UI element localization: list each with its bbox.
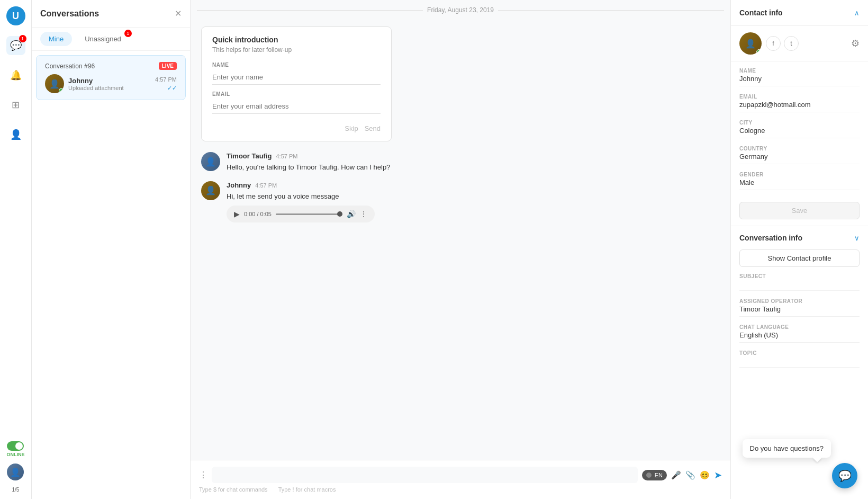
user-avatar[interactable]: 👤 <box>7 464 24 480</box>
audio-progress-bar[interactable] <box>276 213 342 215</box>
message-group-visitor: 👤 Johnny 4:57 PM Hi, let me send you a v… <box>201 181 720 223</box>
country-field-value: Germany <box>739 153 860 164</box>
field-name: NAME Johnny <box>739 68 860 86</box>
input-row: ⋮ EN 🎤 📎 😊 ➤ <box>199 467 722 483</box>
more-options-icon[interactable]: ⋮ <box>360 210 367 218</box>
card-title: Quick introduction <box>212 35 381 44</box>
agent-msg-header: Timoor Taufig 4:57 PM <box>227 152 720 160</box>
microphone-icon[interactable]: 🎤 <box>671 470 681 480</box>
conv-id: Conversation #96 <box>45 63 95 70</box>
language-toggle[interactable]: EN <box>642 470 667 480</box>
tabs-row: Mine Unassigned 1 <box>32 28 190 51</box>
chat-input[interactable] <box>212 467 638 483</box>
agent-name: Timoor Taufig <box>227 152 272 160</box>
agent-msg-text: Hello, you're talking to Timoor Taufig. … <box>227 162 720 173</box>
skip-button[interactable]: Skip <box>345 124 358 132</box>
contact-info-chevron[interactable]: ∧ <box>854 9 860 17</box>
nav-icon-notifications[interactable]: 🔔 <box>6 66 25 85</box>
chat-main: Friday, August 23, 2019 Quick introducti… <box>191 0 730 499</box>
contact-info-header: Contact info ∧ <box>731 0 868 26</box>
conversation-item[interactable]: Conversation #96 LIVE 👤 Johnny Uploaded … <box>36 55 186 100</box>
card-actions: Skip Send <box>212 124 381 132</box>
subject-value <box>739 280 860 291</box>
save-button[interactable]: Save <box>739 202 860 219</box>
conv-info-header[interactable]: Conversation info ∨ <box>731 226 868 250</box>
agent-avatar: 👤 <box>201 152 220 171</box>
city-field-value: Cologne <box>739 127 860 138</box>
chat-input-area: ⋮ EN 🎤 📎 😊 ➤ Type $ for chat commands Ty… <box>191 460 730 499</box>
live-badge: LIVE <box>159 62 177 70</box>
settings-button[interactable]: ⚙ <box>851 38 860 49</box>
field-city: CITY Cologne <box>739 120 860 138</box>
email-input[interactable] <box>212 99 381 114</box>
conv-info-chevron[interactable]: ∨ <box>854 234 860 242</box>
field-assigned-operator: ASSIGNED OPERATOR Timoor Taufig <box>739 298 860 317</box>
app-logo: U <box>6 6 25 25</box>
subject-label: SUBJECT <box>739 273 860 279</box>
conv-meta: 4:57 PM ✓✓ <box>155 76 177 92</box>
user-avatar-image: 👤 <box>7 464 24 480</box>
gender-field-label: GENDER <box>739 172 860 177</box>
profile-online-indicator <box>756 49 762 55</box>
name-field-value: Johnny <box>739 75 860 86</box>
volume-icon[interactable]: 🔊 <box>347 210 356 218</box>
conv-fields: SUBJECT ASSIGNED OPERATOR Timoor Taufig … <box>731 273 868 381</box>
conv-time: 4:57 PM <box>155 76 177 83</box>
page-counter: 1/5 <box>12 487 20 493</box>
facebook-button[interactable]: f <box>766 36 781 51</box>
input-hints: Type $ for chat commands Type ! for chat… <box>199 483 722 493</box>
input-menu-button[interactable]: ⋮ <box>199 470 207 480</box>
chat-language-value: English (US) <box>739 331 860 343</box>
assigned-operator-value: Timoor Taufig <box>739 305 860 317</box>
unassigned-badge: 1 <box>124 30 132 37</box>
audio-time: 0:00 / 0:05 <box>244 211 272 217</box>
visitor-avatar-image: 👤 <box>201 181 220 200</box>
conv-preview: Uploaded attachment <box>68 85 151 91</box>
attachment-icon[interactable]: 📎 <box>685 470 695 480</box>
tab-mine[interactable]: Mine <box>40 32 72 46</box>
nav-icon-chat[interactable]: 💬 1 <box>6 36 25 55</box>
toggle-switch[interactable] <box>7 441 24 451</box>
profile-avatar: 👤 <box>739 32 762 55</box>
visitor-avatar: 👤 <box>201 181 220 200</box>
conv-avatar: 👤 <box>45 74 64 93</box>
card-subtitle: This helps for later follow-up <box>212 46 381 54</box>
visitor-msg-header: Johnny 4:57 PM <box>227 181 720 189</box>
chat-language-label: CHAT LANGUAGE <box>739 324 860 330</box>
field-country: COUNTRY Germany <box>739 146 860 164</box>
conv-body: 👤 Johnny Uploaded attachment 4:57 PM ✓✓ <box>45 74 177 93</box>
name-label: NAME <box>212 62 381 68</box>
chat-messages: Quick introduction This helps for later … <box>191 20 730 460</box>
topic-value <box>739 357 860 368</box>
hint-macros: Type ! for chat macros <box>278 486 336 493</box>
field-gender: GENDER Male <box>739 172 860 190</box>
social-icons: f t <box>766 36 799 51</box>
show-profile-button[interactable]: Show Contact profile <box>739 250 860 267</box>
nav-badge: 1 <box>19 35 26 42</box>
twitter-button[interactable]: t <box>784 36 799 51</box>
chat-widget-button[interactable]: 💬 <box>832 463 857 488</box>
contact-info-title: Contact info <box>739 8 783 17</box>
chat-widget-tooltip: Do you have questions? <box>743 439 831 458</box>
visitor-message-content: Johnny 4:57 PM Hi, let me send you a voi… <box>227 181 720 223</box>
name-field-label: NAME <box>739 68 860 74</box>
conversations-panel: Conversations ✕ Mine Unassigned 1 Conver… <box>32 0 191 499</box>
send-button[interactable]: Send <box>365 124 381 132</box>
emoji-icon[interactable]: 😊 <box>700 470 710 480</box>
send-button[interactable]: ➤ <box>714 469 722 481</box>
quick-intro-card: Quick introduction This helps for later … <box>201 26 392 141</box>
audio-player[interactable]: ▶ 0:00 / 0:05 🔊 ⋮ <box>227 206 375 222</box>
name-input[interactable] <box>212 70 381 85</box>
nav-icon-contacts[interactable]: 👤 <box>6 125 25 144</box>
close-button[interactable]: ✕ <box>175 8 182 19</box>
agent-message-content: Timoor Taufig 4:57 PM Hello, you're talk… <box>227 152 720 173</box>
panel-title: Conversations <box>40 9 99 19</box>
online-toggle[interactable]: ONLINE <box>6 441 24 457</box>
contact-panel: Contact info ∧ 👤 f t ⚙ NAME Johnny EMAIL… <box>730 0 868 499</box>
play-button[interactable]: ▶ <box>234 210 240 218</box>
field-subject: SUBJECT <box>739 273 860 291</box>
tab-unassigned[interactable]: Unassigned 1 <box>76 32 130 46</box>
input-icons: 🎤 📎 😊 <box>671 470 710 480</box>
nav-icon-layers[interactable]: ⊞ <box>6 95 25 114</box>
conv-check: ✓✓ <box>167 85 177 92</box>
